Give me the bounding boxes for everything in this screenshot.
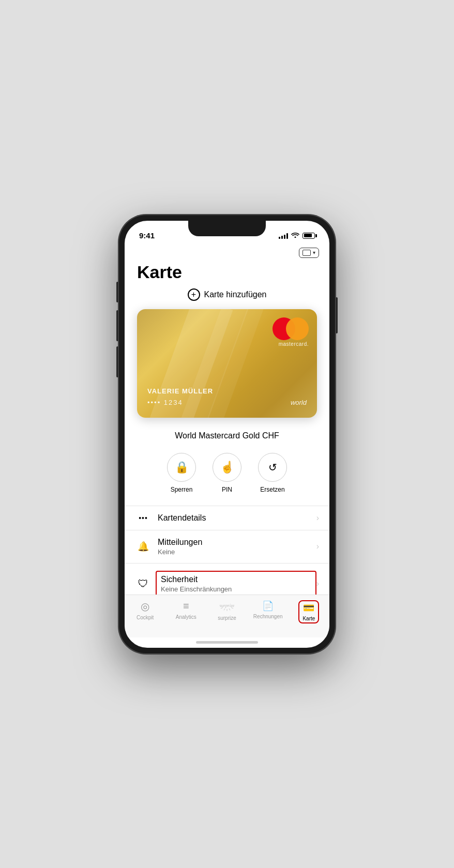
menu-item-kartendetails[interactable]: ••• Kartendetails › [125,506,329,530]
pin-icon: ☝️ [213,453,241,482]
sperren-label: Sperren [171,486,193,493]
page-title: Karte [125,258,329,282]
credit-card[interactable]: mastercard. VALERIE MÜLLER •••• 1234 wor… [137,309,317,418]
sicherheit-title: Sicherheit [161,575,311,584]
card-holder-name: VALERIE MÜLLER [147,387,213,395]
phone-screen: 9:41 [125,221,329,648]
menu-item-mitteilungen[interactable]: 🔔 Mitteilungen Keine › [125,530,329,564]
tab-analytics[interactable]: ≡ Analytics [165,599,206,620]
shield-icon: 🛡 [135,578,152,590]
volume-down-button[interactable] [116,346,118,377]
action-buttons: 🔒 Sperren ☝️ PIN ↺ Ersetzen [125,449,329,506]
add-card-button[interactable]: + Karte hinzufügen [125,282,329,307]
kartendetails-title: Kartendetails [158,513,316,523]
pin-button[interactable]: ☝️ PIN [213,453,241,493]
sicherheit-content: Sicherheit Keine Einschränkungen [156,571,316,595]
home-indicator [125,637,329,648]
chevron-right-icon: › [316,513,319,523]
rechnungen-icon: 📄 [262,600,274,612]
ersetzen-button[interactable]: ↺ Ersetzen [258,453,287,493]
ersetzen-label: Ersetzen [260,486,284,493]
notch [188,221,266,236]
card-number: •••• 1234 [147,399,183,406]
power-button[interactable] [336,297,338,333]
mc-yellow-circle [286,317,309,340]
bell-icon: 🔔 [135,541,152,552]
mitteilungen-title: Mitteilungen [158,538,316,547]
svg-text:surprize: surprize [220,603,234,608]
volume-silent-button[interactable] [116,282,118,302]
add-card-label: Karte hinzufügen [204,290,267,299]
karte-label: Karte [302,616,315,621]
karte-active-box: 💳 Karte [298,600,319,623]
kartendetails-content: Kartendetails [158,513,316,523]
karte-icon: 💳 [303,602,314,614]
chevron-down-icon: ▾ [313,250,315,255]
screen-content: ▾ Karte + Karte hinzufügen [125,243,329,595]
svg-line-2 [229,608,230,611]
status-time: 9:41 [139,231,155,240]
sperren-button[interactable]: 🔒 Sperren [167,453,196,493]
dots-icon: ••• [135,514,152,522]
tab-rechnungen[interactable]: 📄 Rechnungen [248,599,289,619]
chevron-right-icon: › [316,579,319,588]
tab-surprize[interactable]: surprize surprize [206,599,247,621]
sicherheit-subtitle: Keine Einschränkungen [161,585,311,593]
cockpit-label: Cockpit [137,615,154,620]
signal-icon [279,233,288,239]
surprize-label: surprize [218,615,236,621]
card-container: mastercard. VALERIE MÜLLER •••• 1234 wor… [125,307,329,426]
phone-frame: 9:41 [118,215,336,654]
cockpit-icon: ◎ [141,600,149,613]
card-selector-icon [302,250,311,256]
mastercard-logo [273,317,309,340]
wifi-icon [291,232,299,239]
mitteilungen-content: Mitteilungen Keine [158,538,316,556]
battery-icon [302,233,315,239]
tab-karte[interactable]: 💳 Karte [289,599,329,623]
surprize-icon: surprize [220,600,234,613]
analytics-icon: ≡ [183,600,189,612]
pin-label: PIN [222,486,232,493]
refresh-icon: ↺ [258,453,287,482]
card-name: World Mastercard Gold CHF [125,426,329,449]
card-world-label: world [291,399,307,406]
mc-text: mastercard. [279,341,309,347]
status-icons [279,232,315,239]
lock-icon: 🔒 [167,453,196,482]
menu-item-sicherheit[interactable]: 🛡 Sicherheit Keine Einschränkungen › [125,564,329,595]
tab-bar: ◎ Cockpit ≡ Analytics surprize [125,595,329,637]
home-bar [196,641,258,644]
menu-list: ••• Kartendetails › 🔔 Mitteilungen Keine… [125,506,329,595]
volume-up-button[interactable] [116,310,118,341]
chevron-right-icon: › [316,542,319,551]
plus-icon: + [188,288,200,301]
analytics-label: Analytics [176,614,196,620]
tab-cockpit[interactable]: ◎ Cockpit [125,599,165,620]
svg-line-3 [224,608,225,611]
rechnungen-label: Rechnungen [253,614,283,619]
card-selector-button[interactable]: ▾ [299,248,319,258]
mitteilungen-subtitle: Keine [158,548,316,556]
top-bar: ▾ [125,243,329,258]
